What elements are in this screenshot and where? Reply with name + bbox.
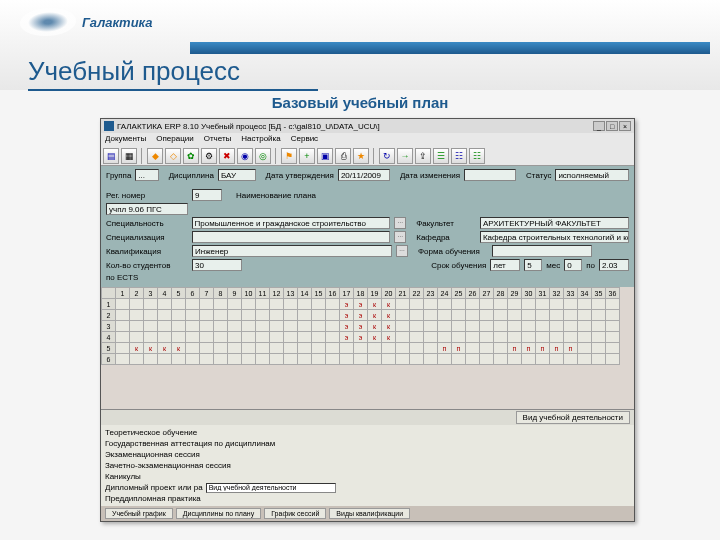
tool-print-icon[interactable]: ⎙ — [335, 148, 351, 164]
bottom-tabs: Учебный график Дисциплины по плану Графи… — [101, 506, 634, 521]
menu-documents[interactable]: Документы — [105, 134, 146, 145]
fac-label: Факультет — [416, 219, 476, 228]
tool-doc-icon[interactable]: ▤ — [103, 148, 119, 164]
tab-schedule[interactable]: Учебный график — [105, 508, 173, 519]
activity-type-button[interactable]: Вид учебной деятельности — [516, 411, 630, 424]
date-label: Дата утверждения — [266, 171, 334, 180]
spec-input[interactable]: Промышленное и гражданское строительство — [192, 217, 391, 229]
close-button[interactable]: × — [619, 121, 631, 131]
tool-plus-icon[interactable]: + — [299, 148, 315, 164]
splz-input[interactable] — [192, 231, 391, 243]
tool-book-icon[interactable]: ▣ — [317, 148, 333, 164]
tool-orange2-icon[interactable]: ◇ — [165, 148, 181, 164]
titlebar-db: [БД - c:\gal810_U\DATA_UCU\] — [268, 122, 379, 131]
tool-list1-icon[interactable]: ☰ — [433, 148, 449, 164]
change-input[interactable] — [464, 169, 516, 181]
titlebar[interactable]: ГАЛАКТИКА ERP 8.10 Учебный процесс [БД -… — [101, 119, 634, 133]
name-label: Наименование плана — [236, 191, 316, 200]
slide-title: Учебный процесс — [28, 56, 318, 91]
status-label: Статус — [526, 171, 551, 180]
tool-green2-icon[interactable]: ◎ — [255, 148, 271, 164]
tab-sessions[interactable]: График сессий — [264, 508, 326, 519]
schedule-grid[interactable]: 1234567891011121314151617181920212223242… — [101, 287, 634, 409]
menu-reports[interactable]: Отчеты — [204, 134, 232, 145]
activity-select-input[interactable] — [206, 483, 336, 493]
tool-arrow-icon[interactable]: → — [397, 148, 413, 164]
term-years[interactable]: лет — [490, 259, 520, 271]
activity-select-label: Дипломный проект или ра — [105, 482, 203, 493]
qual-label: Квалификация — [106, 247, 188, 256]
fac-input[interactable]: АРХИТЕКТУРНЫЙ ФАКУЛЬТЕТ — [480, 217, 629, 229]
tool-blue1-icon[interactable]: ◉ — [237, 148, 253, 164]
name-input[interactable]: учпл 9.06 ПГС — [106, 203, 188, 215]
tool-export-icon[interactable]: ⇪ — [415, 148, 431, 164]
slide-subtitle: Базовый учебный план — [0, 94, 720, 111]
header-accent — [190, 42, 710, 54]
reg-input[interactable]: 9 — [192, 189, 222, 201]
qual-picker[interactable]: … — [396, 245, 408, 257]
titlebar-app: ГАЛАКТИКА ERP — [117, 122, 181, 131]
menu-service[interactable]: Сервис — [291, 134, 318, 145]
splz-picker[interactable]: … — [394, 231, 406, 243]
activity-item-select[interactable]: Дипломный проект или ра — [105, 482, 630, 493]
cnt-input[interactable]: 30 — [192, 259, 242, 271]
activity-item[interactable]: Теоретическое обучение — [105, 427, 630, 438]
disc-label: Дисциплина — [169, 171, 214, 180]
tool-gear-icon[interactable]: ⚙ — [201, 148, 217, 164]
form-input[interactable] — [492, 245, 592, 257]
activity-item[interactable]: Каникулы — [105, 471, 630, 482]
tool-refresh-icon[interactable]: ↻ — [379, 148, 395, 164]
toolbar: ▤ ▦ ◆ ◇ ✿ ⚙ ✖ ◉ ◎ ⚑ + ▣ ⎙ ★ ↻ → ⇪ ☰ ☷ ☷ — [101, 146, 634, 166]
spec-picker[interactable]: … — [394, 217, 406, 229]
tab-disciplines[interactable]: Дисциплины по плану — [176, 508, 261, 519]
titlebar-module: Учебный процесс — [201, 122, 266, 131]
tool-stack-icon[interactable]: ▦ — [121, 148, 137, 164]
menubar: Документы Операции Отчеты Настройка Серв… — [101, 133, 634, 146]
logo-text: Галактика — [82, 15, 153, 30]
menu-operations[interactable]: Операции — [156, 134, 193, 145]
activity-item[interactable]: Преддипломная практика — [105, 493, 630, 504]
top-form: Группа ... Дисциплина БАУ Дата утвержден… — [101, 166, 634, 186]
term-n1[interactable]: 5 — [524, 259, 542, 271]
tool-list2-icon[interactable]: ☷ — [451, 148, 467, 164]
menu-settings[interactable]: Настройка — [241, 134, 280, 145]
group-label: Группа — [106, 171, 131, 180]
activity-item[interactable]: Зачетно-экзаменационная сессия — [105, 460, 630, 471]
maximize-button[interactable]: □ — [606, 121, 618, 131]
tab-qualifications[interactable]: Виды квалификации — [329, 508, 410, 519]
change-label: Дата изменения — [400, 171, 460, 180]
term-end[interactable]: 2.03 — [599, 259, 629, 271]
term-n2[interactable]: 0 — [564, 259, 582, 271]
kaf-label: Кафедра — [416, 233, 476, 242]
titlebar-ver: 8.10 — [183, 122, 199, 131]
group-input[interactable]: ... — [135, 169, 158, 181]
logo-swirl-icon — [18, 8, 79, 36]
app-icon — [104, 121, 114, 131]
cnt-label: Кол-во студентов — [106, 261, 188, 270]
activity-item[interactable]: Экзаменационная сессия — [105, 449, 630, 460]
tool-flag-icon[interactable]: ⚑ — [281, 148, 297, 164]
brand-logo: Галактика — [20, 8, 153, 36]
minimize-button[interactable]: _ — [593, 121, 605, 131]
ects-label: по ECTS — [106, 273, 188, 282]
tool-green1-icon[interactable]: ✿ — [183, 148, 199, 164]
disc-input[interactable]: БАУ — [218, 169, 256, 181]
form-label: Форма обучения — [418, 247, 488, 256]
tool-list3-icon[interactable]: ☷ — [469, 148, 485, 164]
spec-label: Специальность — [106, 219, 188, 228]
qual-input[interactable]: Инженер — [192, 245, 392, 257]
activities-panel: Вид учебной деятельности Теоретическое о… — [101, 409, 634, 506]
term-po: по — [586, 261, 595, 270]
term-label: Срок обучения — [431, 261, 486, 270]
activity-item[interactable]: Государственная аттестация по дисциплина… — [105, 438, 630, 449]
date-input[interactable]: 20/11/2009 — [338, 169, 390, 181]
main-form: Рег. номер 9 Наименование плана учпл 9.0… — [101, 186, 634, 287]
erp-window: ГАЛАКТИКА ERP 8.10 Учебный процесс [БД -… — [100, 118, 635, 522]
tool-orange1-icon[interactable]: ◆ — [147, 148, 163, 164]
tool-star-icon[interactable]: ★ — [353, 148, 369, 164]
status-input[interactable]: исполняемый — [555, 169, 629, 181]
tool-red-icon[interactable]: ✖ — [219, 148, 235, 164]
reg-label: Рег. номер — [106, 191, 188, 200]
kaf-input[interactable]: Кафедра строительных технологий и конст. — [480, 231, 629, 243]
activity-list: Теоретическое обучение Государственная а… — [101, 425, 634, 506]
